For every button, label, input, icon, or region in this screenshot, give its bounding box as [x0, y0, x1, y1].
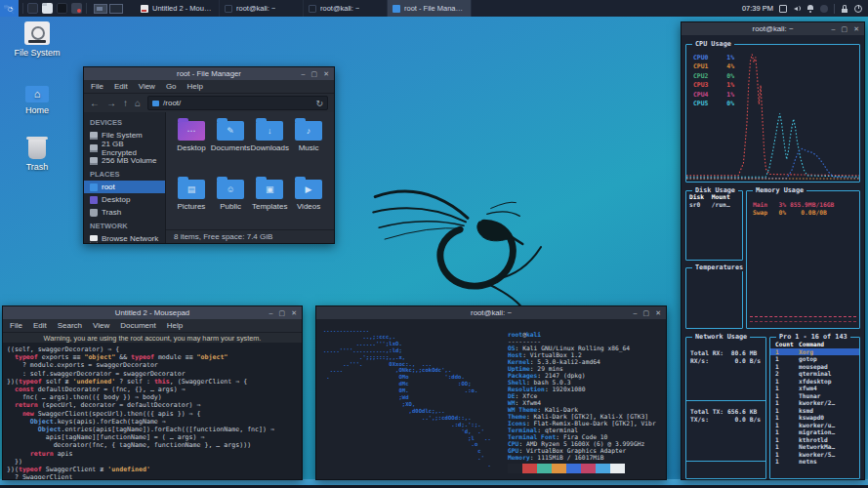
taskbar-item-root-kali-[interactable]: root@kali: ~ [220, 0, 304, 17]
file-manager-titlebar[interactable]: root - File Manager – ▢ ✕ [84, 67, 334, 80]
neofetch-label: Terminal Font [508, 433, 556, 440]
volume-icon[interactable] [793, 5, 801, 13]
neofetch-label: WM Theme [508, 406, 537, 413]
menu-item-edit[interactable]: Edit [114, 82, 128, 91]
up-icon[interactable]: ↑ [123, 99, 128, 108]
terminal-content[interactable]: .............. ..,;:ccc,. ......''';lxO.… [316, 319, 666, 479]
workspace-2[interactable] [109, 4, 123, 14]
settings-icon[interactable] [820, 5, 828, 13]
minimize-button[interactable]: – [269, 309, 273, 316]
screenshot-launcher-icon[interactable] [71, 3, 82, 14]
code-segment [7, 426, 38, 433]
sidebar-item-256-mb-volume[interactable]: 256 MB Volume [84, 154, 165, 167]
sidebar-item-desktop[interactable]: Desktop [84, 193, 165, 206]
desktop-icon-trash[interactable]: Trash [6, 139, 68, 172]
menu-item-view[interactable]: View [93, 321, 109, 330]
process-row[interactable]: 2qterminal [770, 370, 859, 378]
folder-templates[interactable]: ▣Templates [250, 177, 289, 229]
close-button[interactable]: ✕ [323, 70, 329, 77]
terminal-launcher-icon[interactable] [27, 3, 38, 14]
folder-documents[interactable]: ✎Documents [211, 118, 250, 171]
panel-separator [22, 3, 23, 14]
close-button[interactable]: ✕ [853, 25, 859, 32]
neofetch-value: 1115MiB / 16017MiB [537, 454, 603, 461]
notifications-icon[interactable] [806, 5, 814, 13]
gotop-content[interactable]: CPU Usage CPU01%CPU14%CPU20%CPU31%CPU41%… [682, 35, 864, 479]
folder-public[interactable]: ☺Public [211, 177, 250, 229]
folder-desktop[interactable]: ⋯Desktop [172, 118, 211, 171]
maximize-button[interactable]: ▢ [279, 309, 286, 316]
menu-item-help[interactable]: Help [187, 82, 203, 91]
menu-item-go[interactable]: Go [166, 82, 177, 91]
minimize-button[interactable]: – [832, 25, 836, 32]
folder-path-icon [152, 101, 159, 106]
process-row[interactable]: 1xfdesktop [770, 378, 859, 386]
cpu-name: CPU3 [693, 81, 708, 90]
menu-item-edit[interactable]: Edit [33, 321, 47, 330]
close-button[interactable]: ✕ [655, 309, 661, 316]
folder-pictures[interactable]: ▤Pictures [172, 177, 211, 229]
power-icon[interactable] [854, 5, 862, 13]
menu-item-document[interactable]: Document [120, 321, 155, 330]
process-count: 1 [770, 385, 799, 392]
folder-videos[interactable]: ▶Videos [289, 177, 328, 229]
terminal-titlebar[interactable]: root@kali: ~ – ▢ ✕ [316, 306, 666, 319]
process-row[interactable]: 1Thunar [770, 392, 859, 400]
workspace-1[interactable] [94, 4, 107, 14]
process-row[interactable]: 1kworker/u… [770, 422, 859, 429]
back-icon[interactable]: ← [90, 99, 100, 108]
maximize-button[interactable]: ▢ [842, 25, 848, 32]
taskbar-item-untitled-2-mousepad[interactable]: Untitled 2 - Mousepad [136, 0, 220, 17]
taskbar-item-root-file-manager[interactable]: root - File Manager [388, 0, 472, 17]
terminal-titlebar[interactable]: root@kali: ~ – ▢ ✕ [682, 22, 864, 35]
maximize-button[interactable]: ▢ [643, 309, 650, 316]
menu-item-search[interactable]: Search [58, 321, 82, 330]
close-button[interactable]: ✕ [291, 309, 297, 316]
minimize-button[interactable]: – [302, 70, 306, 77]
minimize-button[interactable]: – [634, 309, 638, 316]
process-row[interactable]: 1ksmd [770, 407, 859, 415]
app-window-launcher-icon[interactable] [57, 3, 67, 14]
display-icon[interactable] [779, 5, 787, 13]
process-row[interactable]: 1netns [770, 458, 859, 466]
sidebar-item-trash[interactable]: Trash [84, 206, 165, 219]
text-editor-area[interactable]: ((self, swaggerDecorator) ⇒ { typeof exp… [3, 343, 302, 479]
home-nav-icon[interactable]: ⌂ [135, 99, 141, 108]
maximize-button[interactable]: ▢ [311, 70, 318, 77]
process-row[interactable]: 1NetworkMa… [770, 443, 859, 451]
menu-item-file[interactable]: File [10, 321, 22, 330]
process-row[interactable]: 1kthrotld [770, 436, 859, 444]
forward-icon[interactable]: → [106, 99, 116, 108]
reload-icon[interactable]: ↻ [315, 99, 323, 108]
workspace-pager[interactable] [94, 4, 123, 14]
files-launcher-icon[interactable] [42, 3, 53, 14]
folder-downloads[interactable]: ↓Downloads [250, 118, 289, 171]
menu-item-view[interactable]: View [139, 82, 155, 91]
mousepad-titlebar[interactable]: Untitled 2 - Mousepad – ▢ ✕ [3, 306, 302, 319]
process-count: 2 [770, 370, 799, 378]
file-manager-window: root - File Manager – ▢ ✕ FileEditViewGo… [83, 66, 335, 244]
sidebar-item-root[interactable]: root [84, 181, 165, 193]
path-bar[interactable]: /root/ ↻ [147, 96, 328, 110]
lock-icon[interactable] [841, 5, 848, 13]
taskbar-item-root-kali-[interactable]: root@kali: ~ [304, 0, 388, 17]
process-row[interactable]: 1kworker/2… [770, 399, 859, 407]
process-row[interactable]: 1mousepad [770, 363, 859, 371]
desktop-icon-file-system[interactable]: File System [6, 21, 68, 58]
process-row[interactable]: 1kswapd0 [770, 414, 859, 422]
menu-item-file[interactable]: File [91, 82, 103, 91]
applications-menu-button[interactable] [0, 0, 19, 17]
menu-item-help[interactable]: Help [167, 321, 183, 330]
neofetch-terminal-window: root@kali: ~ – ▢ ✕ .............. ..,;:c… [315, 305, 667, 480]
process-row[interactable]: 1migration… [770, 428, 859, 436]
code-segment: (specUrl, decorator = defaultDecorator) … [38, 401, 201, 409]
desktop-icon-home[interactable]: ⌂ Home [6, 86, 68, 115]
process-row[interactable]: 1Xorg [770, 348, 859, 356]
process-row[interactable]: 1xfwm4 [770, 385, 859, 392]
clock[interactable]: 07:39 PM [738, 4, 777, 13]
folder-music[interactable]: ♪Music [289, 118, 328, 171]
sidebar-item-21-gb-encrypted[interactable]: 21 GB Encrypted [84, 142, 165, 154]
process-row[interactable]: 1gotop [770, 355, 859, 363]
sidebar-item-browse-network[interactable]: Browse Network [84, 232, 165, 245]
process-row[interactable]: 1kworker/5… [770, 451, 859, 459]
